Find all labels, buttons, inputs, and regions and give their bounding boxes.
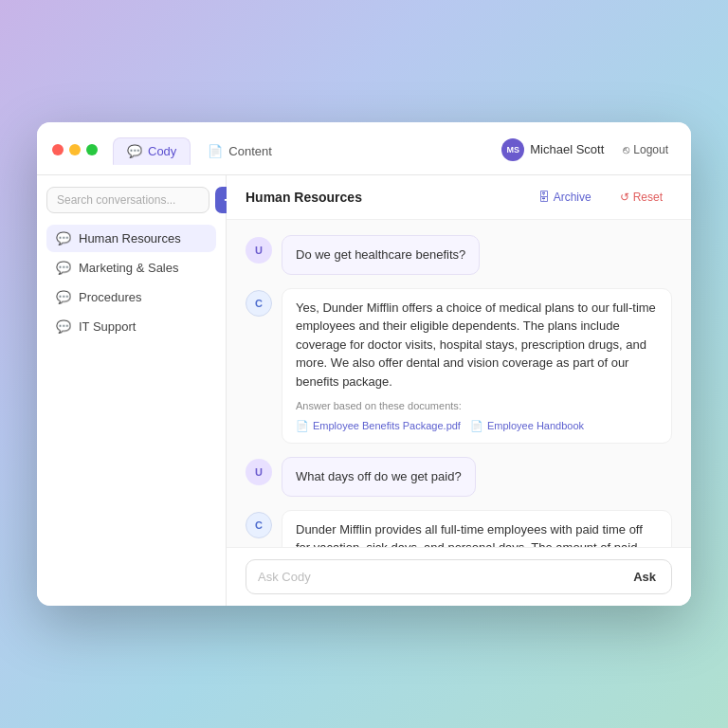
avatar-initials: MS bbox=[507, 145, 520, 155]
main-layout: + 💬 Human Resources 💬 Marketing & Sales … bbox=[37, 175, 691, 606]
doc-icon-2: 📄 bbox=[470, 418, 483, 434]
archive-label: Archive bbox=[554, 191, 592, 204]
chat-icon: 💬 bbox=[56, 231, 71, 246]
sidebar-item-it-support[interactable]: 💬 IT Support bbox=[46, 313, 216, 340]
message-text: Do we get healthcare benefits? bbox=[296, 247, 465, 262]
reset-icon: ↺ bbox=[620, 191, 629, 204]
ask-cody-input[interactable] bbox=[258, 562, 622, 592]
sidebar-item-human-resources[interactable]: 💬 Human Resources bbox=[46, 225, 216, 252]
ask-button[interactable]: Ask bbox=[622, 564, 667, 590]
content-tab-icon: 📄 bbox=[208, 144, 223, 158]
chat-input-area: Ask bbox=[227, 547, 691, 606]
doc-icon: 📄 bbox=[296, 418, 309, 434]
titlebar: 💬 Cody 📄 Content MS Michael Scott bbox=[37, 122, 691, 175]
app-window: 💬 Cody 📄 Content MS Michael Scott bbox=[37, 122, 691, 606]
close-button[interactable] bbox=[52, 144, 64, 155]
avatar: MS bbox=[501, 138, 524, 161]
search-row: + bbox=[46, 187, 216, 213]
user-avatar: U bbox=[246, 459, 272, 485]
fullscreen-button[interactable] bbox=[86, 144, 98, 155]
reset-label: Reset bbox=[633, 191, 663, 204]
doc-link-label-2: Employee Handbook bbox=[487, 418, 584, 434]
chat-area: Human Resources 🗄 Archive ↺ Reset bbox=[227, 175, 691, 606]
bot-avatar: C bbox=[246, 290, 272, 317]
message-row: U What days off do we get paid? bbox=[246, 457, 672, 497]
tab-bar: 💬 Cody 📄 Content bbox=[113, 137, 285, 165]
chat-icon-3: 💬 bbox=[56, 290, 71, 304]
message-text: Yes, Dunder Mifflin offers a choice of m… bbox=[296, 300, 656, 389]
cody-tab-icon: 💬 bbox=[127, 144, 142, 158]
username: Michael Scott bbox=[530, 142, 604, 156]
nav-label-procedures: Procedures bbox=[79, 290, 141, 304]
logout-label: Logout bbox=[633, 143, 668, 156]
minimize-button[interactable] bbox=[69, 144, 81, 155]
refs-label: Answer based on these documents: bbox=[296, 398, 658, 414]
logout-icon: ⎋ bbox=[623, 143, 629, 156]
sidebar-item-procedures[interactable]: 💬 Procedures bbox=[46, 283, 216, 311]
user-message: What days off do we get paid? bbox=[282, 457, 476, 497]
nav-label-marketing-sales: Marketing & Sales bbox=[79, 261, 179, 275]
doc-references: Answer based on these documents: 📄 Emplo… bbox=[296, 398, 658, 433]
doc-link-1[interactable]: 📄 Employee Benefits Package.pdf bbox=[296, 418, 461, 434]
chat-title: Human Resources bbox=[246, 190, 362, 205]
message-text: What days off do we get paid? bbox=[296, 469, 462, 483]
input-row: Ask bbox=[246, 559, 672, 594]
reset-button[interactable]: ↺ Reset bbox=[610, 187, 672, 208]
chat-icon-2: 💬 bbox=[56, 261, 71, 275]
ask-label: Ask bbox=[633, 570, 656, 584]
archive-button[interactable]: 🗄 Archive bbox=[529, 187, 601, 208]
nav-label-it-support: IT Support bbox=[79, 319, 136, 334]
logout-button[interactable]: ⎋ Logout bbox=[615, 139, 676, 160]
chat-header: Human Resources 🗄 Archive ↺ Reset bbox=[227, 175, 691, 220]
tab-cody-label: Cody bbox=[148, 144, 176, 158]
traffic-lights bbox=[52, 144, 98, 155]
user-info: MS Michael Scott bbox=[501, 138, 604, 161]
bot-message: Yes, Dunder Mifflin offers a choice of m… bbox=[282, 288, 672, 445]
tab-cody[interactable]: 💬 Cody bbox=[113, 137, 191, 165]
search-input[interactable] bbox=[46, 187, 209, 213]
message-text: Dunder Mifflin provides all full-time em… bbox=[296, 522, 649, 548]
archive-icon: 🗄 bbox=[538, 191, 550, 204]
sidebar: + 💬 Human Resources 💬 Marketing & Sales … bbox=[37, 175, 227, 606]
message-row: U Do we get healthcare benefits? bbox=[246, 235, 672, 275]
user-avatar: U bbox=[246, 237, 272, 264]
doc-link-2[interactable]: 📄 Employee Handbook bbox=[470, 418, 584, 434]
tab-content-label: Content bbox=[228, 144, 272, 158]
tab-content[interactable]: 📄 Content bbox=[194, 137, 285, 165]
bot-avatar: C bbox=[246, 512, 272, 538]
bot-message: Dunder Mifflin provides all full-time em… bbox=[282, 510, 672, 548]
user-message: Do we get healthcare benefits? bbox=[282, 235, 480, 275]
message-row: C Dunder Mifflin provides all full-time … bbox=[246, 510, 672, 548]
messages-list: U Do we get healthcare benefits? C Yes, … bbox=[227, 220, 691, 547]
sidebar-item-marketing-sales[interactable]: 💬 Marketing & Sales bbox=[46, 254, 216, 282]
doc-link-label: Employee Benefits Package.pdf bbox=[313, 418, 461, 434]
message-row: C Yes, Dunder Mifflin offers a choice of… bbox=[246, 288, 672, 445]
header-right: MS Michael Scott ⎋ Logout bbox=[501, 138, 676, 161]
doc-links: 📄 Employee Benefits Package.pdf 📄 Employ… bbox=[296, 418, 658, 434]
chat-header-actions: 🗄 Archive ↺ Reset bbox=[529, 187, 672, 208]
nav-label-human-resources: Human Resources bbox=[79, 231, 181, 246]
chat-icon-4: 💬 bbox=[56, 319, 71, 334]
